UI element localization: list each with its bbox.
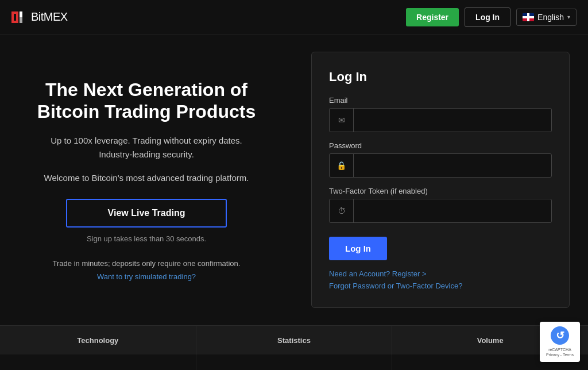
hero-welcome: Welcome to Bitcoin's most advanced tradi… <box>44 173 249 183</box>
stats-volume-label: Volume <box>477 336 504 345</box>
svg-rect-2 <box>20 11 22 17</box>
hero-headline: The Next Generation of Bitcoin Trading P… <box>29 79 264 123</box>
flag-icon <box>523 13 534 21</box>
login-panel: Log In Email ✉ Password 🔒 Two-Factor T <box>293 34 588 325</box>
simulated-trading-link[interactable]: Want to try simulated trading? <box>97 272 196 281</box>
hero-panel: The Next Generation of Bitcoin Trading P… <box>0 34 293 325</box>
register-button[interactable]: Register <box>406 8 459 26</box>
bitmex-logo-icon <box>11 11 28 23</box>
svg-rect-1 <box>14 14 16 21</box>
logo-text: BitMEX <box>31 10 68 24</box>
stats-bar: Technology Statistics Volume <box>0 325 588 354</box>
live-trading-button[interactable]: View Live Trading <box>66 199 227 228</box>
stats-statistics-label: Statistics <box>277 336 311 345</box>
stats-statistics: Statistics <box>196 326 393 354</box>
two-factor-label: Two-Factor Token (if enabled) <box>329 187 552 195</box>
stats-technology: Technology <box>0 326 196 354</box>
login-submit-button[interactable]: Log In <box>329 237 387 260</box>
navbar: BitMEX Register Log In English ▾ <box>0 0 588 34</box>
need-account-link[interactable]: Need an Account? Register > <box>329 269 552 278</box>
login-card: Log In Email ✉ Password 🔒 Two-Factor T <box>311 52 570 308</box>
forgot-password-link[interactable]: Forgot Password or Two-Factor Device? <box>329 282 552 290</box>
two-factor-input-wrapper: ⏱ <box>329 199 552 223</box>
email-icon: ✉ <box>330 109 354 132</box>
two-factor-form-group: Two-Factor Token (if enabled) ⏱ <box>329 187 552 223</box>
bottom-statistics: 1500% more Bitcoin / USD Liquidity BitME… <box>196 354 393 370</box>
email-label: Email <box>329 96 552 105</box>
stats-technology-label: Technology <box>77 336 118 345</box>
password-input[interactable] <box>354 155 551 176</box>
recaptcha-text: reCAPTCHAPrivacy - Terms <box>546 347 574 357</box>
main-content: The Next Generation of Bitcoin Trading P… <box>0 34 588 325</box>
login-links: Need an Account? Register > Forgot Passw… <box>329 269 552 290</box>
chevron-down-icon: ▾ <box>567 14 570 20</box>
logo: BitMEX <box>11 10 406 24</box>
hero-subheadline: Up to 100x leverage. Trading without exp… <box>37 134 256 161</box>
nav-login-button[interactable]: Log In <box>465 7 510 27</box>
language-selector[interactable]: English ▾ <box>516 9 577 26</box>
login-title: Log In <box>329 70 552 84</box>
language-label: English <box>537 13 564 22</box>
nav-actions: Register Log In English ▾ <box>406 7 577 27</box>
bottom-technology: Unique Products BitMEX offers up to 100x… <box>0 354 196 370</box>
lock-icon: 🔒 <box>330 154 354 177</box>
two-factor-input[interactable] <box>354 201 551 221</box>
password-form-group: Password 🔒 <box>329 141 552 178</box>
recaptcha-badge: ↺ reCAPTCHAPrivacy - Terms <box>540 322 580 362</box>
svg-rect-3 <box>20 17 22 23</box>
trade-note: Trade in minutes; deposits only require … <box>53 259 241 268</box>
signup-note: Sign up takes less than 30 seconds. <box>87 234 206 243</box>
password-input-wrapper: 🔒 <box>329 153 552 178</box>
password-label: Password <box>329 141 552 150</box>
email-form-group: Email ✉ <box>329 96 552 132</box>
email-input[interactable] <box>354 110 551 130</box>
recaptcha-icon: ↺ <box>551 326 569 345</box>
email-input-wrapper: ✉ <box>329 108 552 132</box>
clock-icon: ⏱ <box>330 199 354 222</box>
bottom-sections: Unique Products BitMEX offers up to 100x… <box>0 354 588 370</box>
